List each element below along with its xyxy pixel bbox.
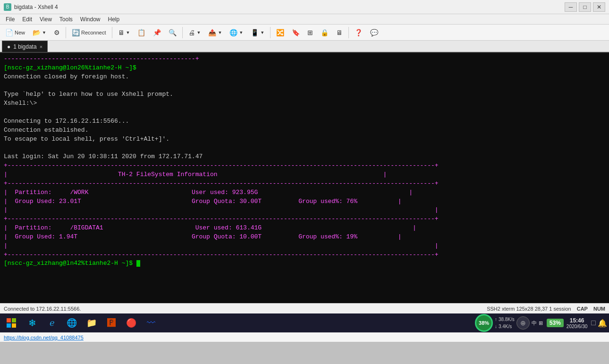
apps-icon: 📱 [251, 29, 259, 36]
term-box-footer: +---------------------------------------… [4, 251, 605, 260]
screen-icon: 🖥 [336, 29, 343, 36]
term-box-part2: | Partition: /BIGDATA1 User used: 613.41… [4, 224, 605, 233]
num-indicator: NUM [593, 306, 605, 312]
open-button[interactable]: 📂 ▼ [29, 26, 50, 39]
copy-icon: 📋 [137, 29, 145, 36]
find-button[interactable]: 🔍 [165, 26, 180, 39]
maximize-button[interactable]: □ [579, 2, 591, 12]
bookmark-button[interactable]: 🔖 [288, 26, 303, 39]
show-desktop-button[interactable]: □ [591, 319, 596, 327]
tab-close-button[interactable]: × [40, 44, 42, 50]
cursor-blink [136, 260, 140, 267]
menu-file[interactable]: File [2, 15, 18, 24]
exchange-button[interactable]: 🔀 [273, 26, 288, 39]
terminal-area[interactable]: ----------------------------------------… [0, 53, 609, 303]
transfer-button[interactable]: 📤▼ [205, 26, 225, 39]
session-tab[interactable]: ● 1 bigdata × [2, 41, 48, 52]
reconnect-button[interactable]: 🔄 Reconnect [68, 26, 110, 39]
svg-rect-2 [7, 323, 11, 328]
copy-button[interactable]: 📋 [134, 26, 149, 39]
properties-button[interactable]: ⚙ [51, 26, 63, 39]
term-box-header: +---------------------------------------… [4, 161, 605, 170]
ime-indicator: 中 [532, 320, 537, 327]
term-line-11 [4, 144, 605, 152]
open-dropdown-icon: ▼ [42, 30, 46, 35]
reconnect-label: Reconnect [81, 30, 106, 35]
menu-bar: File Edit View Tools Window Help [0, 14, 609, 25]
start-button[interactable] [2, 314, 21, 331]
network-speed: 38% ↑ 38.8K/s ↓ 3.4K/s ⊕ [475, 314, 530, 332]
new-button[interactable]: 📄 New [2, 26, 28, 39]
taskbar-app-blue[interactable]: 〰 [143, 314, 160, 331]
term-box-empty2: | | [4, 242, 605, 251]
new-icon: 📄 [5, 29, 13, 36]
menu-view[interactable]: View [36, 15, 56, 24]
apps-button[interactable]: 📱▼ [247, 26, 268, 39]
taskbar-right: 38% ↑ 38.8K/s ↓ 3.4K/s ⊕ 中 ⊞ 53% 15:46 2… [475, 314, 607, 332]
print-button[interactable]: 🖨▼ [185, 26, 204, 39]
screen-button[interactable]: 🖥 [333, 26, 346, 39]
chat-button[interactable]: 💬 [367, 26, 381, 39]
term-box-title: | TH-2 FileSystem Information | [4, 170, 605, 179]
lock-button[interactable]: 🔒 [317, 26, 332, 39]
toolbar-separator-5 [348, 27, 349, 38]
globe-dropdown-icon: ▼ [239, 30, 243, 35]
clock-date: 2020/6/30 [567, 324, 588, 329]
bookmark-icon: 🔖 [292, 29, 300, 36]
input-layout-icon: ⊞ [539, 320, 543, 326]
taskbar-app-explorer[interactable]: 📁 [83, 314, 100, 331]
taskbar-left: ❄ ℯ 🌐 📁 🅿 🔴 〰 [2, 314, 160, 331]
taskbar-app-powerpoint[interactable]: 🅿 [103, 314, 120, 331]
view-button[interactable]: 🖥 ▼ [115, 26, 134, 39]
title-bar: B bigdata - Xshell 4 ─ □ ✕ [0, 0, 609, 14]
windows-taskbar: ❄ ℯ 🌐 📁 🅿 🔴 〰 38% ↑ 38.8K/s ↓ 3.4K/s ⊕ 中… [0, 313, 609, 332]
apps-dropdown-icon: ▼ [260, 30, 264, 35]
battery-circle: 38% [475, 314, 493, 332]
term-line-10: To escape to local shell, press 'Ctrl+Al… [4, 135, 605, 144]
term-box-empty1: | | [4, 206, 605, 215]
help-button[interactable]: ❓ [351, 26, 366, 39]
open-icon: 📂 [33, 29, 41, 36]
reconnect-icon: 🔄 [72, 29, 80, 36]
taskbar-app-red[interactable]: 🔴 [123, 314, 140, 331]
term-line-4 [4, 82, 605, 91]
layout-button[interactable]: ⊞ [304, 26, 316, 39]
window-controls: ─ □ ✕ [565, 2, 605, 12]
paste-button[interactable]: 📌 [150, 26, 164, 39]
taskbar-app-1[interactable]: ❄ [24, 314, 41, 331]
taskbar-extra: □ 🔔 [591, 319, 607, 328]
chat-icon: 💬 [370, 29, 378, 36]
tab-label: 1 bigdata [13, 43, 36, 50]
menu-edit[interactable]: Edit [18, 15, 36, 24]
taskbar-app-ie[interactable]: ℯ [43, 314, 60, 331]
taskbar-app-browser[interactable]: 🌐 [63, 314, 80, 331]
minimize-button[interactable]: ─ [565, 2, 577, 12]
tab-icon: ● [7, 43, 10, 50]
toolbar-separator-4 [270, 27, 271, 38]
close-button[interactable]: ✕ [593, 2, 605, 12]
help-icon: ❓ [355, 29, 363, 36]
globe-button[interactable]: 🌐▼ [226, 26, 246, 39]
print-dropdown-icon: ▼ [196, 30, 201, 35]
print-icon: 🖨 [188, 29, 195, 36]
net-speeds: ↑ 38.8K/s ↓ 3.4K/s [495, 316, 515, 330]
status-bar: Connected to 172.16.22.11:5566. SSH2 xte… [0, 303, 609, 313]
toolbar-separator-2 [112, 27, 112, 38]
menu-help[interactable]: Help [104, 15, 124, 24]
menu-window[interactable]: Window [76, 15, 104, 24]
transfer-dropdown-icon: ▼ [218, 30, 222, 35]
clock-time: 15:46 [567, 317, 588, 324]
menu-tools[interactable]: Tools [56, 15, 76, 24]
tab-bar: ● 1 bigdata × [0, 41, 609, 53]
term-box-group1: | Group Used: 23.01T Group Quota: 30.00T… [4, 197, 605, 206]
website-url[interactable]: https://blog.csdn.net/qq_41088475 [4, 335, 84, 340]
svg-rect-0 [7, 318, 11, 322]
toolbar: 📄 New 📂 ▼ ⚙ 🔄 Reconnect 🖥 ▼ 📋 📌 🔍 🖨▼ 📤▼ … [0, 25, 609, 41]
term-box-sep1: +---------------------------------------… [4, 179, 605, 188]
view-dropdown-icon: ▼ [126, 30, 130, 35]
toolbar-separator-3 [182, 27, 183, 38]
battery-percent: 53% [547, 319, 564, 327]
notification-button[interactable]: 🔔 [598, 319, 607, 328]
clock-area: 53% 15:46 2020/6/30 [547, 317, 588, 329]
globe-icon: 🌐 [229, 29, 237, 36]
